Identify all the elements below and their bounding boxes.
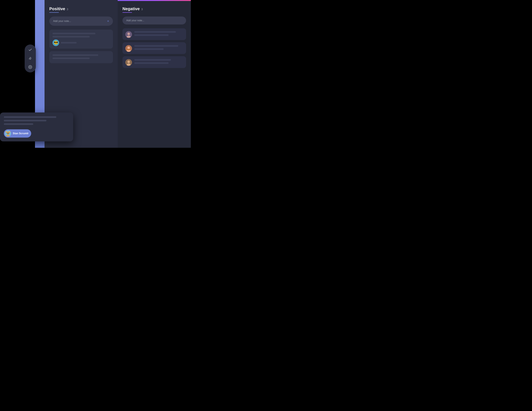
avatar: [125, 59, 132, 66]
svg-point-15: [9, 133, 9, 133]
card-line: [134, 59, 171, 61]
card-line: [134, 48, 164, 50]
user-avatar-svg: [125, 31, 132, 38]
negative-title: Negative: [123, 6, 140, 11]
avatar: [125, 45, 132, 52]
svg-point-1: [127, 33, 130, 35]
stan-name: Stan Scrumlr: [13, 132, 29, 135]
svg-point-6: [127, 49, 131, 50]
svg-point-10: [30, 67, 31, 67]
card-line: [134, 62, 169, 64]
card-line: [52, 33, 95, 34]
negative-underline: [123, 12, 132, 13]
card-line: [4, 116, 56, 118]
card-line: [52, 57, 90, 59]
positive-count: 3: [67, 8, 68, 11]
floating-toolbar: [25, 45, 36, 73]
stan-avatar: [5, 130, 11, 137]
floating-stan-card: Stan Scrumlr: [0, 112, 73, 141]
gear-icon[interactable]: [27, 64, 33, 70]
svg-point-8: [127, 61, 130, 63]
negative-add-placeholder: Add your note...: [126, 19, 144, 22]
card-line: [52, 54, 98, 56]
negative-count: 3: [141, 8, 143, 11]
card-line: [134, 34, 169, 36]
negative-header: Negative 3: [123, 6, 186, 11]
card-line: [4, 123, 33, 125]
card-line: [52, 36, 90, 37]
negative-card-2-content: [134, 45, 183, 52]
user-avatar-svg: [125, 59, 132, 66]
positive-underline: [49, 12, 59, 13]
positive-add-placeholder: Add your note...: [53, 20, 71, 23]
user-badge[interactable]: Stan Scrumlr: [4, 129, 31, 137]
positive-card-2: [49, 51, 113, 63]
positive-title: Positive: [49, 6, 65, 11]
avatar: 😎: [52, 39, 59, 46]
check-icon[interactable]: [27, 47, 33, 53]
svg-point-18: [6, 131, 7, 132]
wave-icon[interactable]: [27, 56, 33, 61]
card-line: [134, 31, 176, 33]
svg-point-14: [7, 133, 8, 133]
negative-card-1: [123, 28, 186, 40]
positive-add-note-input[interactable]: Add your note... +: [49, 17, 113, 26]
negative-column: Negative 3 Add your note...: [118, 0, 191, 148]
card-label-line: [61, 42, 77, 44]
negative-card-3-content: [134, 59, 183, 65]
svg-point-4: [127, 46, 130, 49]
user-avatar-svg: [125, 45, 132, 52]
positive-add-button[interactable]: +: [107, 19, 109, 23]
card-line: [4, 120, 47, 121]
card-line: [134, 45, 178, 47]
avatar: [125, 31, 132, 38]
card-avatar-row: 😎: [52, 39, 110, 46]
stan-avatar-svg: [5, 130, 11, 137]
negative-card-2: [123, 42, 186, 54]
negative-add-note-input[interactable]: Add your note...: [123, 17, 186, 25]
positive-header: Positive 3: [49, 6, 113, 11]
svg-point-19: [9, 131, 10, 132]
negative-card-3: [123, 56, 186, 68]
negative-card-1-content: [134, 31, 183, 37]
positive-card-1: 😎: [49, 29, 113, 49]
